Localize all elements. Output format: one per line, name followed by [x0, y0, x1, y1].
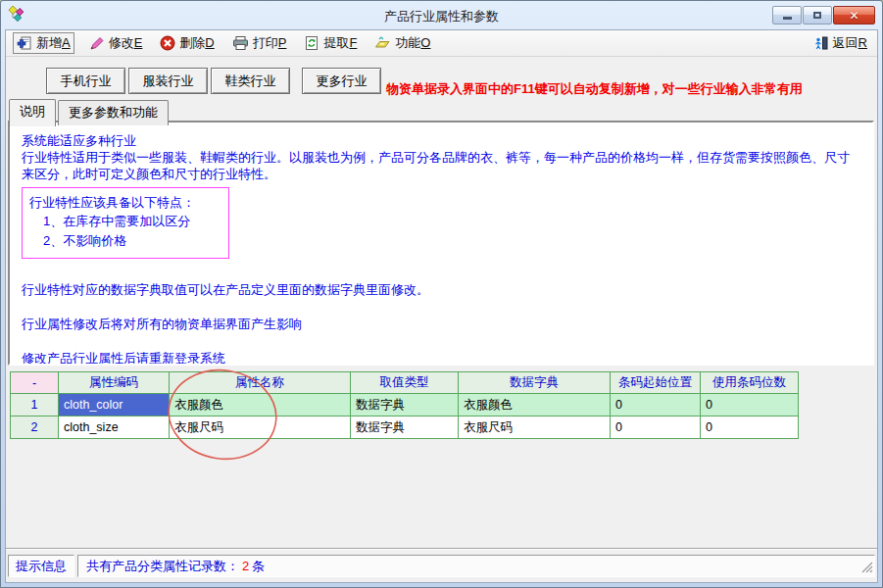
attr-name-cell[interactable]: 衣服颜色: [170, 394, 351, 416]
attribute-table: - 属性编码 属性名称 取值类型 数据字典 条码起始位置 使用条码位数 1 cl…: [10, 371, 799, 439]
description-line-5: 修改产品行业属性后请重新登录系统: [22, 351, 860, 366]
table-header-row: - 属性编码 属性名称 取值类型 数据字典 条码起始位置 使用条码位数: [11, 372, 799, 394]
description-panel: 系统能适应多种行业 行业特性适用于类似一些服装、鞋帽类的行业。以服装也为例，产品…: [8, 121, 874, 366]
titlebar[interactable]: 产品行业属性和参数 ✕: [1, 1, 882, 29]
add-button[interactable]: 新增A: [13, 32, 74, 54]
feature-callout-box: 行业特性应该具备以下特点： 1、在库存中需要加以区分 2、不影响价格: [22, 187, 229, 260]
value-type-cell[interactable]: 数据字典: [351, 394, 459, 416]
app-logo-icon: [8, 6, 25, 24]
record-count: 2: [239, 559, 252, 573]
function-button[interactable]: 功能O: [371, 33, 433, 53]
printer-icon: [232, 35, 249, 51]
header-attr-code[interactable]: 属性编码: [59, 372, 170, 394]
status-bar: 提示信息 共有产品分类属性记录数： 2 条: [8, 555, 875, 577]
close-button[interactable]: ✕: [833, 6, 875, 24]
table-row: 2 cloth_size 衣服尺码 数据字典 衣服尺码 0 0: [11, 416, 799, 439]
row-number-cell[interactable]: 2: [11, 416, 59, 439]
barcode-digits-cell[interactable]: 0: [701, 416, 799, 439]
app-window: 产品行业属性和参数 ✕ 新增A: [0, 0, 883, 588]
status-divider: [6, 548, 877, 550]
f11-hint-text: 物资单据录入界面中的F11键可以自动复制新增，对一些行业输入非常有用: [386, 80, 803, 98]
header-value-type[interactable]: 取值类型: [351, 372, 459, 394]
industry-button-row: 手机行业 服装行业 鞋类行业 更多行业: [46, 68, 381, 94]
edit-button[interactable]: 修改E: [86, 33, 146, 53]
industry-button-shoes[interactable]: 鞋类行业: [211, 68, 290, 94]
header-corner-cell: -: [11, 372, 59, 394]
delete-button[interactable]: 删除D: [157, 33, 217, 53]
resize-grip[interactable]: [859, 560, 874, 574]
maximize-icon: [813, 12, 821, 19]
barcode-start-cell[interactable]: 0: [611, 416, 701, 439]
client-area: 新增A 修改E 删除D: [5, 29, 878, 583]
add-doc-icon: [17, 35, 32, 51]
exit-icon: [813, 35, 829, 51]
attr-name-cell[interactable]: 衣服尺码: [170, 416, 351, 439]
industry-button-mobile[interactable]: 手机行业: [46, 68, 125, 94]
back-button[interactable]: 返回R: [810, 33, 870, 53]
tab-more-params[interactable]: 更多参数和功能: [58, 100, 169, 125]
close-icon: ✕: [849, 9, 858, 23]
tab-description[interactable]: 说明: [9, 99, 56, 126]
function-icon: [374, 35, 391, 51]
status-message-text: 共有产品分类属性记录数：: [86, 558, 239, 575]
barcode-digits-cell[interactable]: 0: [701, 394, 799, 416]
description-line-1: 系统能适应多种行业: [22, 133, 860, 150]
data-dict-cell[interactable]: 衣服颜色: [459, 394, 611, 416]
row-number-cell[interactable]: 1: [11, 394, 59, 416]
header-barcode-digits[interactable]: 使用条码位数: [701, 372, 799, 394]
maximize-button[interactable]: [803, 6, 832, 24]
status-message-unit: 条: [252, 558, 265, 575]
description-line-4: 行业属性修改后将对所有的物资单据界面产生影响: [22, 317, 860, 333]
industry-button-clothing[interactable]: 服装行业: [128, 68, 208, 94]
feature-box-title: 行业特性应该具备以下特点：: [29, 193, 195, 213]
data-dict-cell[interactable]: 衣服尺码: [459, 416, 611, 439]
header-barcode-start[interactable]: 条码起始位置: [611, 372, 701, 394]
status-message: 共有产品分类属性记录数： 2 条: [77, 555, 875, 577]
extract-button[interactable]: 提取F: [301, 33, 360, 53]
feature-box-item-1: 1、在库存中需要加以区分: [43, 212, 195, 231]
description-line-3: 行业特性对应的数据字典取值可以在产品定义里面的数据字典里面修改。: [22, 282, 860, 299]
extract-icon: [304, 35, 319, 51]
edit-pencil-icon: [89, 35, 105, 51]
feature-box-item-2: 2、不影响价格: [43, 231, 195, 251]
status-label: 提示信息: [8, 555, 74, 577]
toolbar: 新增A 修改E 删除D: [6, 30, 877, 57]
window-title: 产品行业属性和参数: [119, 8, 764, 25]
description-line-2: 行业特性适用于类似一些服装、鞋帽类的行业。以服装也为例，产品可分各品牌的衣、裤等…: [22, 150, 860, 183]
header-attr-name[interactable]: 属性名称: [170, 372, 351, 394]
minimize-icon: [783, 17, 792, 20]
header-data-dict[interactable]: 数据字典: [459, 372, 611, 394]
delete-icon: [160, 35, 175, 51]
tab-strip: 说明 更多参数和功能: [9, 99, 171, 125]
industry-button-more[interactable]: 更多行业: [302, 68, 381, 94]
attr-code-cell[interactable]: cloth_size: [59, 416, 170, 439]
barcode-start-cell[interactable]: 0: [611, 394, 701, 416]
table-row: 1 cloth_color 衣服颜色 数据字典 衣服颜色 0 0: [11, 394, 799, 416]
print-button[interactable]: 打印P: [229, 33, 290, 53]
value-type-cell[interactable]: 数据字典: [351, 416, 459, 439]
attr-code-cell-selected[interactable]: cloth_color: [59, 394, 170, 416]
minimize-button[interactable]: [772, 6, 802, 24]
